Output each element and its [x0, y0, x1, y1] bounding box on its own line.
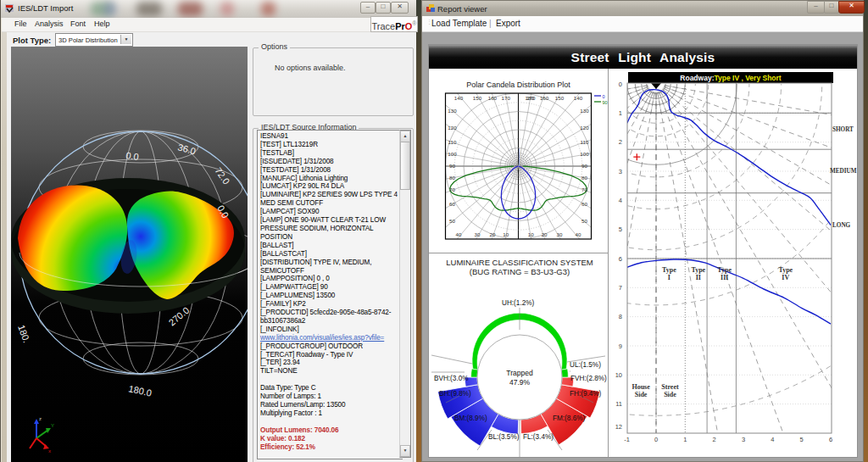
- svg-text:0: 0: [619, 81, 622, 88]
- svg-text:10: 10: [615, 371, 622, 379]
- svg-text:90: 90: [603, 100, 608, 105]
- svg-text:3: 3: [619, 168, 622, 175]
- svg-text:12: 12: [615, 423, 622, 431]
- svg-text:20: 20: [489, 231, 495, 237]
- svg-text:Side: Side: [635, 391, 648, 398]
- svg-text:70: 70: [449, 186, 455, 192]
- svg-text:Trapped: Trapped: [506, 369, 533, 377]
- svg-text:Polar Candela Distribution Plo: Polar Candela Distribution Plot: [466, 81, 570, 89]
- svg-text:50: 50: [449, 218, 455, 224]
- svg-text:0.0: 0.0: [125, 150, 140, 162]
- svg-text:-1: -1: [624, 436, 630, 443]
- svg-text:UH:(1.2%): UH:(1.2%): [502, 299, 534, 307]
- svg-text:2: 2: [713, 436, 716, 443]
- svg-text:I: I: [668, 274, 670, 281]
- svg-text:FM:(8.6%): FM:(8.6%): [553, 415, 585, 422]
- svg-text:BVH:(3.0%: BVH:(3.0%: [434, 375, 469, 382]
- svg-text:150: 150: [473, 95, 482, 101]
- svg-text:30: 30: [475, 231, 481, 237]
- svg-text:UL:(1.5%): UL:(1.5%): [570, 361, 601, 369]
- svg-text:120: 120: [448, 125, 457, 131]
- svg-text:110: 110: [448, 139, 457, 145]
- svg-text:120: 120: [580, 125, 589, 131]
- svg-text:BH:(9.8%): BH:(9.8%): [439, 390, 471, 398]
- svg-text:House: House: [632, 383, 650, 391]
- svg-text:160: 160: [540, 95, 549, 101]
- svg-text:IV: IV: [782, 274, 789, 281]
- svg-text:5: 5: [619, 225, 622, 233]
- svg-text:(BUG RATING = B3-U3-G3): (BUG RATING = B3-U3-G3): [470, 267, 570, 276]
- svg-text:10: 10: [528, 231, 534, 237]
- svg-text:BM:(8.9%): BM:(8.9%): [454, 415, 487, 422]
- svg-text:180: 180: [526, 95, 535, 101]
- svg-text:LONG: LONG: [832, 222, 851, 229]
- svg-text:0: 0: [603, 94, 605, 99]
- svg-text:170: 170: [502, 95, 511, 101]
- svg-text:SHORT: SHORT: [832, 126, 854, 133]
- svg-text:100: 100: [580, 151, 589, 157]
- svg-text:90: 90: [581, 163, 587, 169]
- svg-text:4: 4: [619, 197, 622, 204]
- svg-text:47.9%: 47.9%: [509, 378, 531, 387]
- svg-text:BL:(3.5%): BL:(3.5%): [488, 433, 520, 441]
- svg-text:4: 4: [771, 436, 774, 443]
- svg-text:Side: Side: [664, 391, 676, 398]
- svg-text:70: 70: [581, 186, 587, 192]
- svg-text:30: 30: [557, 231, 563, 237]
- svg-text:140: 140: [454, 95, 464, 101]
- svg-text:LUMINAIRE CLASSIFICATION SYSTE: LUMINAIRE CLASSIFICATION SYSTEM: [446, 258, 593, 267]
- svg-text:90: 90: [449, 163, 455, 169]
- svg-text:MEDIUM: MEDIUM: [830, 168, 857, 175]
- svg-text:1: 1: [683, 436, 687, 443]
- svg-text:1: 1: [619, 109, 622, 117]
- svg-text:40: 40: [576, 231, 581, 237]
- svg-text:II: II: [696, 274, 701, 281]
- svg-text:3: 3: [742, 436, 745, 443]
- svg-text:40: 40: [456, 231, 462, 237]
- svg-text:z: z: [39, 416, 42, 421]
- svg-text:FVH:(2.8%): FVH:(2.8%): [570, 375, 607, 382]
- svg-text:100: 100: [448, 151, 457, 157]
- svg-text:130: 130: [580, 108, 589, 114]
- svg-text:Street: Street: [661, 383, 679, 391]
- svg-text:Type: Type: [662, 266, 676, 274]
- svg-text:80: 80: [449, 175, 455, 181]
- svg-text:130: 130: [448, 108, 457, 114]
- svg-text:6: 6: [829, 436, 832, 443]
- svg-text:11: 11: [615, 400, 622, 408]
- svg-text:50: 50: [581, 218, 587, 224]
- svg-text:9: 9: [619, 342, 622, 350]
- svg-text:60: 60: [581, 201, 587, 207]
- svg-text:2: 2: [619, 138, 622, 146]
- svg-text:FH:(9.4%): FH:(9.4%): [570, 390, 602, 398]
- svg-text:0: 0: [654, 436, 658, 443]
- svg-text:20: 20: [542, 231, 548, 237]
- svg-text:x: x: [48, 448, 51, 454]
- svg-text:7: 7: [619, 284, 622, 292]
- svg-text:10: 10: [503, 231, 509, 237]
- svg-text:140: 140: [574, 95, 583, 101]
- svg-text:Type: Type: [778, 266, 793, 274]
- svg-text:80: 80: [581, 175, 587, 181]
- svg-text:Roadway:Type IV , Very Short: Roadway:Type IV , Very Short: [680, 74, 782, 82]
- svg-text:8: 8: [619, 313, 622, 320]
- svg-text:Y: Y: [51, 423, 54, 428]
- svg-text:Type: Type: [691, 266, 705, 274]
- svg-text:FL:(3.4%): FL:(3.4%): [523, 433, 554, 441]
- svg-text:6: 6: [619, 255, 622, 263]
- svg-text:60: 60: [449, 201, 455, 207]
- svg-text:150: 150: [555, 95, 565, 101]
- svg-text:5: 5: [800, 436, 804, 443]
- svg-text:Type: Type: [717, 266, 732, 274]
- svg-text:110: 110: [581, 139, 589, 145]
- svg-text:160: 160: [488, 95, 498, 101]
- svg-text:III: III: [721, 274, 728, 281]
